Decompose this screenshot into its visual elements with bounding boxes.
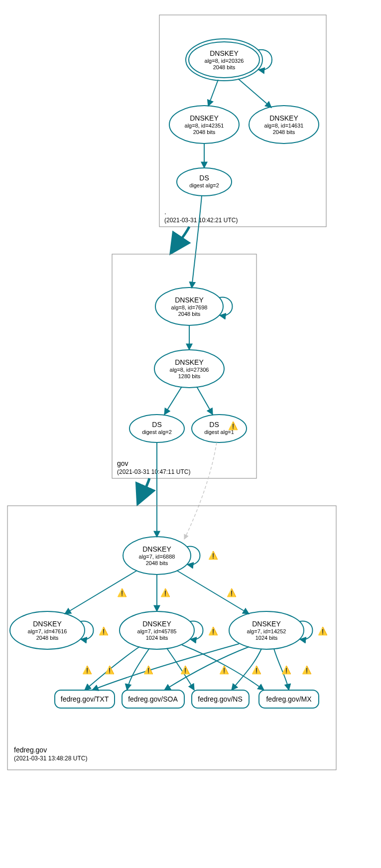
- leaf-ns-label: fedreg.gov/NS: [198, 695, 243, 703]
- node-gov-zsk-title: DNSKEY: [175, 358, 204, 366]
- node-fed-ksk-title: DNSKEY: [142, 545, 171, 553]
- zone-root-title: .: [164, 208, 166, 216]
- node-gov-ksk-title: DNSKEY: [175, 296, 204, 304]
- node-root-ksk: DNSKEY alg=8, id=20326 2048 bits: [186, 39, 262, 81]
- warning-icon: ⚠️: [318, 626, 328, 636]
- node-fed-ksk-l1: alg=7, id=6888: [139, 554, 175, 560]
- leaf-mx-label: fedreg.gov/MX: [266, 695, 312, 703]
- zone-gov: gov (2021-03-31 10:47:11 UTC) DNSKEY alg…: [112, 254, 256, 478]
- warning-icon: ⚠️: [208, 626, 218, 636]
- node-gov-ds1-title: DS: [152, 421, 161, 429]
- zone-gov-title: gov: [117, 459, 128, 467]
- node-fed-k14252-l2: 1024 bits: [255, 635, 278, 641]
- node-root-zsk1-title: DNSKEY: [190, 114, 219, 122]
- node-root-ds-title: DS: [199, 174, 209, 182]
- svg-point-10: [192, 415, 247, 442]
- node-gov-ds1: DS digest alg=2: [129, 415, 184, 442]
- zone-fedreg-timestamp: (2021-03-31 13:48:28 UTC): [14, 755, 87, 762]
- zone-fedreg: fedreg.gov (2021-03-31 13:48:28 UTC) DNS…: [7, 506, 336, 770]
- node-fed-k14252-title: DNSKEY: [252, 620, 281, 628]
- node-gov-zsk-l1: alg=8, id=27306: [170, 367, 209, 373]
- warning-icon: ⚠️: [302, 665, 312, 675]
- node-fed-k14252: DNSKEY alg=7, id=14252 1024 bits: [229, 611, 304, 649]
- zone-gov-timestamp: (2021-03-31 10:47:11 UTC): [117, 468, 190, 475]
- warning-icon: ⚠️: [82, 665, 92, 675]
- leaf-txt: fedreg.gov/TXT: [55, 690, 115, 708]
- node-fed-k47616-l1: alg=7, id=47616: [28, 628, 67, 634]
- node-gov-ksk-l2: 2048 bits: [178, 311, 201, 317]
- leaf-ns: fedreg.gov/NS: [192, 690, 249, 708]
- warning-icon: ⚠️: [180, 665, 190, 675]
- svg-point-5: [177, 168, 232, 196]
- node-fed-k47616: DNSKEY alg=7, id=47616 2048 bits: [10, 611, 85, 649]
- leaf-mx: fedreg.gov/MX: [259, 690, 319, 708]
- node-fed-k45785-l1: alg=7, id=45785: [137, 628, 177, 634]
- node-gov-zsk: DNSKEY alg=8, id=27306 1280 bits: [154, 350, 224, 388]
- zone-root: . (2021-03-31 10:42:21 UTC) DNSKEY alg=8…: [159, 15, 326, 227]
- node-gov-ksk-l1: alg=8, id=7698: [171, 304, 208, 310]
- node-root-ksk-l1: alg=8, id=20326: [205, 58, 244, 64]
- node-root-ksk-l2: 2048 bits: [213, 64, 236, 70]
- node-fed-k45785: DNSKEY alg=7, id=45785 1024 bits: [120, 611, 194, 649]
- warning-icon: ⚠️: [160, 588, 170, 597]
- warning-icon: ⚠️: [105, 665, 115, 675]
- node-fed-k47616-title: DNSKEY: [33, 620, 62, 628]
- node-root-zsk2-l1: alg=8, id=14631: [264, 123, 304, 129]
- node-root-ds: DS digest alg=2: [177, 168, 232, 196]
- warning-icon: ⚠️: [228, 421, 238, 431]
- node-root-zsk1: DNSKEY alg=8, id=42351 2048 bits: [169, 106, 239, 144]
- leaf-txt-label: fedreg.gov/TXT: [61, 695, 109, 703]
- node-gov-ds2-title: DS: [209, 421, 219, 429]
- node-gov-zsk-l2: 1280 bits: [178, 373, 201, 379]
- node-root-zsk1-l1: alg=8, id=42351: [185, 123, 224, 129]
- warning-icon: ⚠️: [143, 665, 153, 675]
- node-root-ksk-title: DNSKEY: [210, 49, 239, 57]
- warning-icon: ⚠️: [99, 626, 109, 636]
- leaf-soa-label: fedreg.gov/SOA: [128, 695, 178, 703]
- node-gov-ds2: DS digest alg=1 ⚠️: [192, 415, 247, 442]
- node-root-zsk1-l2: 2048 bits: [193, 129, 216, 135]
- node-gov-ds1-l1: digest alg=2: [142, 429, 172, 435]
- zone-root-timestamp: (2021-03-31 10:42:21 UTC): [164, 217, 238, 224]
- leaf-soa: fedreg.gov/SOA: [122, 690, 184, 708]
- node-fed-k45785-title: DNSKEY: [142, 620, 171, 628]
- node-fed-ksk: DNSKEY alg=7, id=6888 2048 bits: [123, 537, 191, 575]
- warning-icon: ⚠️: [208, 551, 218, 560]
- zone-fedreg-title: fedreg.gov: [14, 746, 47, 754]
- node-fed-k45785-l2: 1024 bits: [146, 635, 168, 641]
- warning-icon: ⚠️: [219, 665, 229, 675]
- node-fed-k14252-l1: alg=7, id=14252: [247, 628, 286, 634]
- node-fed-k47616-l2: 2048 bits: [36, 635, 59, 641]
- warning-icon: ⚠️: [252, 665, 261, 675]
- warning-icon: ⚠️: [227, 588, 237, 597]
- svg-point-9: [129, 415, 184, 442]
- node-root-zsk2-l2: 2048 bits: [273, 129, 295, 135]
- node-root-zsk2-title: DNSKEY: [269, 114, 298, 122]
- warning-icon: ⚠️: [281, 665, 291, 675]
- dnssec-diagram: . (2021-03-31 10:42:21 UTC) DNSKEY alg=8…: [0, 0, 381, 868]
- node-gov-ksk: DNSKEY alg=8, id=7698 2048 bits: [155, 288, 223, 325]
- node-root-ds-l1: digest alg=2: [189, 182, 219, 188]
- node-fed-ksk-l2: 2048 bits: [146, 560, 168, 566]
- node-root-zsk2: DNSKEY alg=8, id=14631 2048 bits: [249, 106, 319, 144]
- warning-icon: ⚠️: [117, 588, 127, 597]
